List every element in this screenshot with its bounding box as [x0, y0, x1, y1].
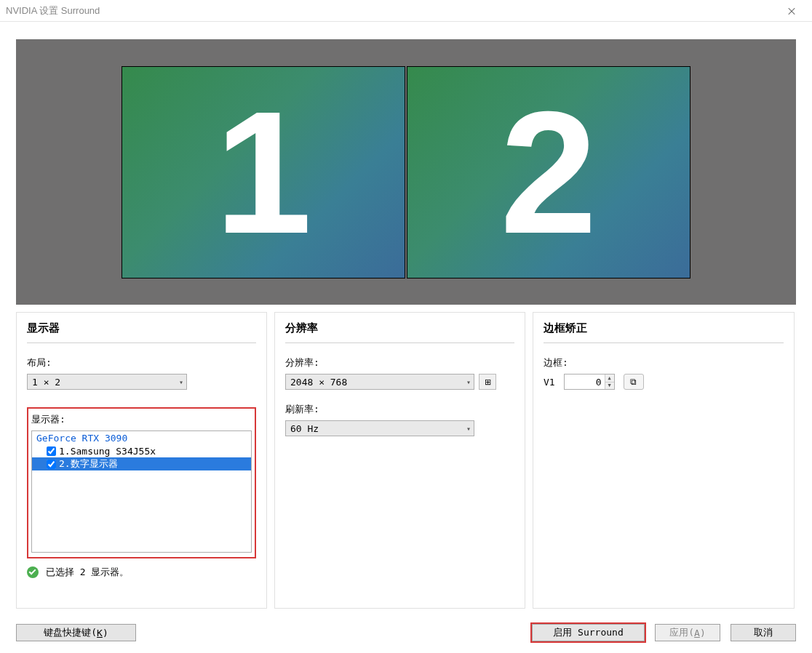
- resolution-combo-value: 2048 × 768: [290, 377, 347, 388]
- resolution-panel-header: 分辨率: [285, 321, 514, 343]
- close-button[interactable]: [777, 0, 806, 21]
- enable-surround-button[interactable]: 启用 Surround: [532, 624, 645, 641]
- display-list-item-1[interactable]: 1.Samsung S34J55x: [32, 444, 251, 457]
- bezel-value-input-wrap: ▲ ▼: [564, 374, 615, 390]
- bezel-spin-up[interactable]: ▲: [605, 374, 614, 382]
- apply-label-post: ): [700, 628, 706, 638]
- monitor-preview-1-label: 1: [215, 85, 311, 260]
- titlebar: NVIDIA 设置 Surround: [0, 0, 812, 22]
- window-title: NVIDIA 设置 Surround: [6, 4, 777, 17]
- refresh-combo[interactable]: 60 Hz ▾: [285, 420, 474, 436]
- layout-combo[interactable]: 1 × 2 ▾: [27, 374, 187, 390]
- display-list-label: 显示器:: [31, 413, 252, 426]
- monitor-preview-1[interactable]: 1: [122, 66, 405, 279]
- enable-surround-label: 启用 Surround: [553, 626, 623, 639]
- gpu-name: GeForce RTX 3090: [32, 431, 251, 444]
- bezel-link-button[interactable]: ⧉: [624, 374, 644, 390]
- display-list-item-2-checkbox[interactable]: [47, 460, 56, 469]
- display-status-text: 已选择 2 显示器。: [46, 566, 129, 579]
- monitor-preview-area: 1 2: [16, 39, 796, 305]
- display-list-item-2[interactable]: 2.数字显示器: [32, 457, 251, 470]
- bezel-panel: 边框矫正 边框: V1 ▲ ▼ ⧉: [533, 312, 795, 609]
- footer-row: 键盘快捷键(K) 启用 Surround 应用(A) 取消: [16, 624, 796, 641]
- chevron-down-icon: ▾: [466, 378, 471, 386]
- bezel-value-input[interactable]: [565, 374, 605, 389]
- resolution-label: 分辨率:: [285, 356, 514, 369]
- cancel-label: 取消: [754, 626, 773, 639]
- keyboard-shortcuts-key: K: [97, 628, 103, 638]
- keyboard-shortcuts-label-post: ): [103, 628, 108, 638]
- apply-label-pre: 应用(: [669, 626, 694, 639]
- displays-panel: 显示器 布局: 1 × 2 ▾ 显示器: GeForce RTX 3090 1.…: [16, 312, 267, 609]
- ok-icon: [27, 566, 39, 578]
- chevron-down-icon: ▾: [179, 378, 183, 386]
- apply-key: A: [694, 628, 700, 638]
- apply-button[interactable]: 应用(A): [655, 624, 720, 641]
- status-row: 已选择 2 显示器。: [27, 566, 256, 579]
- bezel-spin-down[interactable]: ▼: [605, 382, 614, 390]
- display-list-item-1-checkbox[interactable]: [47, 446, 56, 456]
- keyboard-shortcuts-button[interactable]: 键盘快捷键(K): [16, 624, 136, 641]
- display-list-item-2-label: 2.数字显示器: [59, 457, 118, 470]
- add-resolution-button[interactable]: ⊞: [479, 374, 496, 390]
- monitor-row: 1 2: [122, 66, 690, 279]
- link-icon: ⧉: [630, 377, 637, 387]
- layout-combo-value: 1 × 2: [32, 377, 60, 388]
- bezel-name: V1: [544, 377, 555, 388]
- refresh-label: 刷新率:: [285, 403, 514, 416]
- keyboard-shortcuts-label-pre: 键盘快捷键(: [44, 626, 97, 639]
- cancel-button[interactable]: 取消: [731, 624, 796, 641]
- bezel-panel-header: 边框矫正: [544, 321, 784, 343]
- display-list[interactable]: GeForce RTX 3090 1.Samsung S34J55x 2.数字显…: [31, 430, 252, 553]
- resolution-panel: 分辨率 分辨率: 2048 × 768 ▾ ⊞ 刷新率: 60 Hz ▾: [274, 312, 525, 609]
- bezel-label: 边框:: [544, 356, 784, 369]
- bezel-spinner: ▲ ▼: [605, 374, 614, 389]
- displays-panel-header: 显示器: [27, 321, 256, 343]
- chevron-down-icon: ▾: [466, 425, 471, 433]
- display-list-item-1-label: 1.Samsung S34J55x: [59, 446, 156, 457]
- display-list-highlight: 显示器: GeForce RTX 3090 1.Samsung S34J55x …: [27, 407, 256, 558]
- plus-icon: ⊞: [485, 377, 491, 387]
- layout-label: 布局:: [27, 356, 256, 369]
- close-icon: [787, 7, 796, 15]
- monitor-preview-2[interactable]: 2: [407, 66, 690, 279]
- refresh-combo-value: 60 Hz: [290, 423, 319, 434]
- monitor-preview-2-label: 2: [500, 85, 597, 260]
- resolution-combo[interactable]: 2048 × 768 ▾: [285, 374, 474, 390]
